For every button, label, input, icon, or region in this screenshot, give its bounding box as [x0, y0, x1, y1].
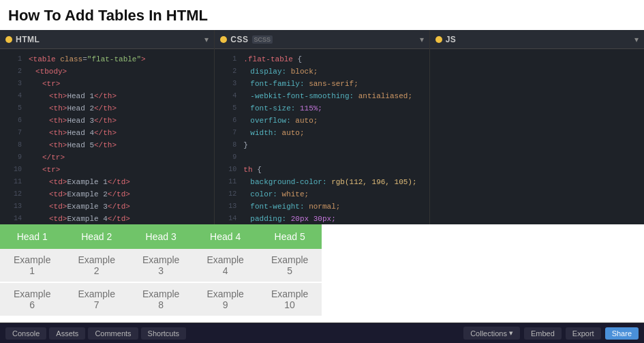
js-dot [435, 36, 442, 43]
export-button[interactable]: Export [566, 327, 601, 340]
code-line: 4-webkit-font-smoothing: antialiased; [215, 90, 429, 102]
code-line: 12<td>Example 2</td> [0, 188, 214, 200]
code-line: 8} [215, 139, 429, 151]
table-header-row: Head 1 Head 2 Head 3 Head 4 Head 5 [0, 224, 322, 249]
css-label: CSS [230, 35, 248, 44]
table-cell: Example 6 [0, 282, 64, 316]
js-code-body[interactable] [430, 49, 644, 224]
code-line: 9 [215, 151, 429, 164]
table-header-cell: Head 5 [258, 224, 322, 249]
code-line: 5<th>Head 2</th> [0, 102, 214, 115]
table-cell: Example 4 [193, 249, 257, 282]
table-cell: Example 5 [258, 249, 322, 282]
table-cell: Example 10 [258, 282, 322, 316]
code-line: 2<tbody> [0, 65, 214, 78]
code-line: 14padding: 20px 30px; [215, 213, 429, 224]
code-line: 10<tr> [0, 164, 214, 176]
css-chevron-icon[interactable]: ▾ [420, 35, 424, 44]
code-line: 11background-color: rgb(112, 196, 105); [215, 176, 429, 188]
html-dot [5, 36, 12, 43]
table-cell: Example 3 [129, 249, 193, 282]
table-header-cell: Head 4 [193, 224, 257, 249]
js-chevron-icon[interactable]: ▾ [634, 35, 639, 44]
bottom-bar-left: Console Assets Comments Shortcuts [5, 327, 186, 340]
table-row: Example 1 Example 2 Example 3 Example 4 … [0, 249, 322, 282]
js-panel-header: JS ▾ [430, 30, 644, 49]
shortcuts-button[interactable]: Shortcuts [141, 327, 186, 340]
css-code-body[interactable]: 1.flat-table { 2display: block; 3font-fa… [215, 49, 429, 224]
table-header-cell: Head 2 [64, 224, 128, 249]
code-line: 13font-weight: normal; [215, 200, 429, 213]
table-cell: Example 7 [64, 282, 128, 316]
page-title: How To Add Tables In HTML [0, 0, 644, 30]
table-cell: Example 9 [193, 282, 257, 316]
css-dot [220, 36, 227, 43]
bottom-bar: Console Assets Comments Shortcuts Collec… [0, 323, 644, 343]
bottom-bar-right: Collections ▾ Embed Export Share [463, 327, 639, 340]
code-line: 7width: auto; [215, 127, 429, 139]
code-line: 7<th>Head 4</th> [0, 127, 214, 139]
code-line: 10th { [215, 164, 429, 176]
code-line: 3font-family: sans-serif; [215, 78, 429, 90]
table-header-cell: Head 1 [0, 224, 64, 249]
code-line: 11<td>Example 1</td> [0, 176, 214, 188]
css-badge: SCSS [252, 35, 273, 44]
js-panel: JS ▾ [430, 30, 644, 224]
html-label: HTML [16, 35, 40, 44]
table-header-cell: Head 3 [129, 224, 193, 249]
assets-button[interactable]: Assets [49, 327, 85, 340]
preview-area: Head 1 Head 2 Head 3 Head 4 Head 5 Examp… [0, 224, 644, 323]
code-line: 1<table class="flat-table"> [0, 53, 214, 65]
html-panel: HTML ▾ 1<table class="flat-table"> 2<tbo… [0, 30, 215, 224]
code-line: 8<th>Head 5</th> [0, 139, 214, 151]
console-button[interactable]: Console [5, 327, 46, 340]
html-panel-header: HTML ▾ [0, 30, 214, 49]
code-line: 14<td>Example 4</td> [0, 213, 214, 224]
code-line: 2display: block; [215, 65, 429, 78]
js-header-left: JS [435, 35, 457, 44]
css-panel-header: CSS SCSS ▾ [215, 30, 429, 49]
table-cell: Example 8 [129, 282, 193, 316]
html-code-body[interactable]: 1<table class="flat-table"> 2<tbody> 3<t… [0, 49, 214, 224]
share-button[interactable]: Share [605, 327, 639, 340]
code-line: 9</tr> [0, 151, 214, 164]
html-header-left: HTML [5, 35, 40, 44]
collections-button[interactable]: Collections ▾ [463, 327, 520, 340]
table-cell: Example 2 [64, 249, 128, 282]
css-header-left: CSS SCSS [220, 35, 273, 44]
code-line: 3<tr> [0, 78, 214, 90]
comments-button[interactable]: Comments [88, 327, 138, 340]
embed-button[interactable]: Embed [524, 327, 562, 340]
code-line: 6overflow: auto; [215, 115, 429, 127]
html-chevron-icon[interactable]: ▾ [204, 35, 209, 44]
code-line: 13<td>Example 3</td> [0, 200, 214, 213]
table-cell: Example 1 [0, 249, 64, 282]
code-line: 1.flat-table { [215, 53, 429, 65]
editors-row: HTML ▾ 1<table class="flat-table"> 2<tbo… [0, 30, 644, 224]
js-label: JS [446, 35, 457, 44]
code-line: 4<th>Head 1</th> [0, 90, 214, 102]
css-panel: CSS SCSS ▾ 1.flat-table { 2display: bloc… [215, 30, 429, 224]
code-line: 5font-size: 115%; [215, 102, 429, 115]
preview-table: Head 1 Head 2 Head 3 Head 4 Head 5 Examp… [0, 224, 322, 317]
code-line: 12color: white; [215, 188, 429, 200]
code-line: 6<th>Head 3</th> [0, 115, 214, 127]
table-row: Example 6 Example 7 Example 8 Example 9 … [0, 282, 322, 316]
